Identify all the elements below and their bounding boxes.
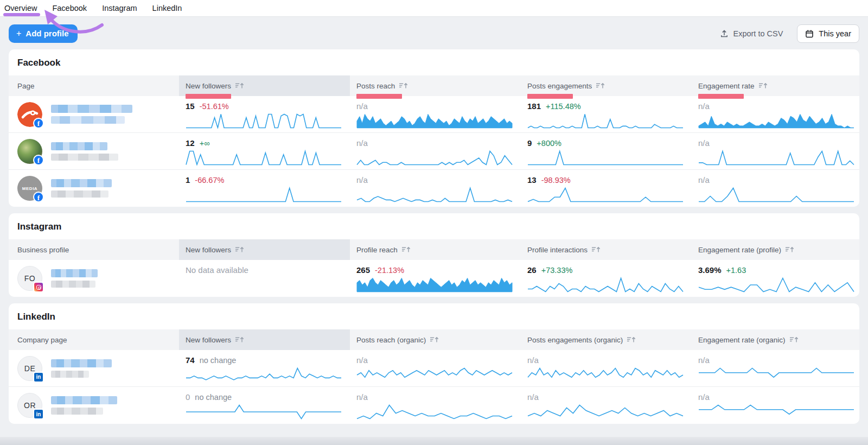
metric-value-line: 265-21.13% xyxy=(356,265,511,275)
add-profile-button[interactable]: + Add profile xyxy=(9,24,78,43)
column-header-label: New followers xyxy=(186,82,231,90)
column-header-label: Business profile xyxy=(17,246,69,254)
section-card-linkedin: LinkedInCompany pageNew followersPosts r… xyxy=(9,303,859,424)
top-nav: Overview Facebook Instagram LinkedIn xyxy=(0,0,868,17)
profile-cell[interactable]: MEDIAf xyxy=(9,170,179,207)
sparkline-chart xyxy=(356,112,513,129)
metric-cell: 0no change xyxy=(179,387,350,424)
sparkline-chart xyxy=(186,149,342,166)
metric-cell: n/a xyxy=(350,133,521,169)
export-icon xyxy=(720,29,729,38)
sparkline-chart xyxy=(527,403,684,419)
column-header-posts-engagements[interactable]: Posts engagements xyxy=(521,75,692,96)
profile-cell[interactable]: ORin xyxy=(9,387,179,424)
tab-instagram[interactable]: Instagram xyxy=(102,4,137,12)
redacted-profile-name xyxy=(51,359,112,378)
column-header-posts-reach[interactable]: Posts reach xyxy=(350,75,521,96)
table-header-row: PageNew followersPosts reachPosts engage… xyxy=(9,75,859,96)
tab-linkedin[interactable]: LinkedIn xyxy=(152,4,182,12)
metric-value: 3.69% xyxy=(698,265,722,275)
sparkline-chart xyxy=(698,403,854,419)
metric-value-line: n/a xyxy=(698,101,854,111)
metric-value: n/a xyxy=(356,175,368,185)
column-header-posts-engagements-organic-[interactable]: Posts engagements (organic) xyxy=(521,329,692,350)
export-to-csv-button[interactable]: Export to CSV xyxy=(720,29,783,38)
column-header-profile-interactions[interactable]: Profile interactions xyxy=(521,239,692,260)
redacted-text-line xyxy=(51,142,107,150)
header-redaction-bar xyxy=(527,94,573,99)
metric-delta: -98.93% xyxy=(541,176,571,185)
sort-icon xyxy=(235,246,244,253)
metric-value: n/a xyxy=(527,392,539,402)
table-header-row: Company pageNew followersPosts reach (or… xyxy=(9,329,859,350)
metric-cell: n/a xyxy=(692,96,859,132)
redacted-text-line xyxy=(51,371,89,378)
column-header-label: Posts engagements (organic) xyxy=(527,336,623,344)
column-header-new-followers[interactable]: New followers xyxy=(179,75,350,96)
metric-cell: n/a xyxy=(692,350,859,386)
sections-container: FacebookPageNew followersPosts reachPost… xyxy=(0,49,868,424)
tab-overview[interactable]: Overview xyxy=(4,4,37,12)
avatar: ORin xyxy=(17,393,42,418)
table-row: DEin74no changen/an/an/a xyxy=(9,350,859,387)
redacted-text-line xyxy=(51,396,117,404)
sort-icon xyxy=(399,82,408,89)
metric-delta: -21.13% xyxy=(375,266,404,275)
column-header-engagement-rate[interactable]: Engagement rate xyxy=(692,75,859,96)
sparkline-chart xyxy=(356,186,513,202)
section-card-instagram: InstagramBusiness profileNew followersPr… xyxy=(9,213,859,297)
metric-delta: +1.63 xyxy=(726,266,746,275)
metric-value-line: n/a xyxy=(527,392,682,402)
profile-cell[interactable]: f xyxy=(9,133,179,169)
redacted-profile-name xyxy=(51,179,112,198)
sort-icon xyxy=(596,82,605,89)
metric-value-line: n/a xyxy=(356,101,511,111)
column-header-page: Page xyxy=(9,75,179,96)
column-header-label: Company page xyxy=(17,336,67,344)
metric-cell: 9+800% xyxy=(521,133,692,169)
metric-value: 12 xyxy=(186,138,195,148)
metric-cell: No data available xyxy=(179,260,350,297)
metric-value: n/a xyxy=(698,138,710,148)
metric-cell: 15-51.61% xyxy=(179,96,350,132)
sparkline-chart xyxy=(698,112,854,129)
linkedin-badge-icon: in xyxy=(33,409,44,419)
profile-cell[interactable]: f xyxy=(9,96,179,132)
sort-icon xyxy=(235,82,244,89)
profile-cell[interactable]: DEin xyxy=(9,350,179,386)
column-header-label: Engagement rate xyxy=(698,82,755,90)
calendar-icon xyxy=(805,29,814,38)
column-header-posts-reach-organic-[interactable]: Posts reach (organic) xyxy=(350,329,521,350)
metric-value-line: 0no change xyxy=(186,392,340,402)
column-header-engagement-rate-organic-[interactable]: Engagement rate (organic) xyxy=(692,329,859,350)
tab-facebook[interactable]: Facebook xyxy=(52,4,87,12)
column-header-profile-reach[interactable]: Profile reach xyxy=(350,239,521,260)
sparkline-chart xyxy=(186,366,342,383)
metric-cell: 1-66.67% xyxy=(179,170,350,207)
metric-value: 181 xyxy=(527,101,541,111)
sparkline-chart xyxy=(356,149,513,166)
plus-icon: + xyxy=(16,29,21,38)
column-header-label: New followers xyxy=(186,336,231,344)
metric-value: 0 xyxy=(186,392,190,402)
sparkline-chart xyxy=(527,366,684,383)
metric-delta: +∞ xyxy=(200,139,210,148)
column-header-engagement-rate-profile-[interactable]: Engagement rate (profile) xyxy=(692,239,859,260)
metric-value-line: n/a xyxy=(698,175,854,185)
sort-icon xyxy=(627,336,636,343)
date-range-label: This year xyxy=(819,29,851,38)
metric-value: n/a xyxy=(356,138,368,148)
column-header-company-page: Company page xyxy=(9,329,179,350)
column-header-label: Posts reach xyxy=(356,82,395,90)
metric-delta: -51.61% xyxy=(200,102,229,111)
column-header-new-followers[interactable]: New followers xyxy=(179,329,350,350)
redacted-text-line xyxy=(51,190,108,198)
metric-delta: no change xyxy=(195,393,232,402)
date-range-button[interactable]: This year xyxy=(797,24,859,43)
sparkline-chart xyxy=(698,276,854,293)
metric-value: n/a xyxy=(698,175,710,185)
column-header-new-followers[interactable]: New followers xyxy=(179,239,350,260)
profile-cell[interactable]: FO xyxy=(9,260,179,297)
metric-delta: +73.33% xyxy=(541,266,573,275)
column-header-label: Profile reach xyxy=(356,246,398,254)
